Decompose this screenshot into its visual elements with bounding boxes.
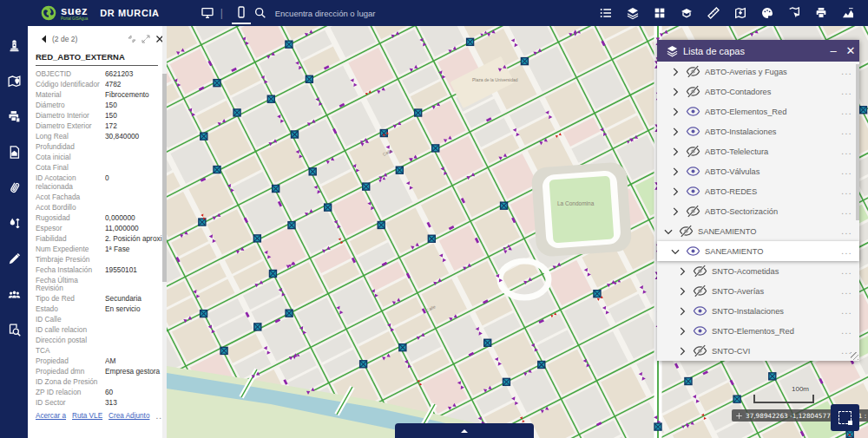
chevron-right-icon[interactable] (676, 325, 688, 337)
basemap-icon[interactable] (650, 3, 669, 23)
chevron-right-icon[interactable] (676, 265, 688, 278)
attribute-table-tab[interactable] (395, 423, 534, 438)
chevron-right-icon[interactable] (669, 186, 681, 198)
chevron-down-icon[interactable] (662, 226, 674, 238)
layer-menu-button[interactable]: ... (841, 310, 852, 313)
visibility-off-icon[interactable] (686, 144, 700, 159)
hydrant-icon[interactable] (5, 36, 23, 54)
chevron-right-icon[interactable] (676, 305, 688, 317)
map-label: Plaza de la Universidad (472, 77, 518, 82)
attribute-row: Fiabilidad2. Posición aproxi (36, 233, 165, 244)
chevron-right-icon[interactable] (676, 285, 688, 297)
document-search-icon[interactable] (5, 321, 23, 338)
visibility-on-icon[interactable] (686, 164, 700, 179)
overview-map-button[interactable] (831, 404, 859, 431)
collapse-panel-icon[interactable] (127, 34, 137, 44)
ruta-vle-link[interactable]: Ruta VLE (72, 412, 102, 420)
layer-row[interactable]: ABTO-Sectorización... (657, 201, 859, 221)
print-icon[interactable] (812, 3, 831, 23)
measure-icon[interactable] (704, 3, 723, 23)
pressure-icon[interactable] (5, 214, 23, 232)
logout-icon[interactable] (7, 3, 26, 23)
visibility-on-icon[interactable] (686, 124, 700, 139)
field-value: Fibrocemento (105, 91, 165, 99)
desktop-icon[interactable] (198, 3, 217, 23)
layer-row[interactable]: SANEAMIENTO... (657, 241, 859, 261)
visibility-off-icon[interactable] (686, 64, 700, 79)
prev-feature-button[interactable] (39, 34, 49, 44)
visibility-off-icon[interactable] (686, 84, 700, 99)
layer-row[interactable]: ABTO-Instalaciones... (657, 121, 859, 141)
visibility-off-icon[interactable] (693, 264, 707, 278)
chevron-right-icon[interactable] (669, 206, 681, 218)
layers-icon[interactable] (623, 3, 642, 23)
visibility-on-icon[interactable] (693, 324, 707, 338)
legend-icon[interactable] (596, 3, 615, 23)
report-icon[interactable] (5, 143, 23, 160)
attribute-scrollbar[interactable] (162, 26, 167, 438)
visibility-on-icon[interactable] (686, 104, 700, 119)
attachment-icon[interactable] (5, 179, 23, 196)
users-icon[interactable] (5, 285, 23, 303)
chevron-right-icon[interactable] (669, 86, 681, 98)
layer-menu-button[interactable]: ... (841, 150, 852, 154)
layer-menu-button[interactable]: ... (841, 70, 852, 74)
visibility-on-icon[interactable] (686, 184, 700, 199)
print-template-icon[interactable] (5, 108, 23, 125)
layer-menu-button[interactable]: ... (841, 170, 852, 173)
layers-scrollbar[interactable] (856, 64, 859, 220)
layer-row[interactable]: SANEAMIENTO... (657, 221, 859, 241)
layer-menu-button[interactable]: ... (841, 270, 852, 273)
layer-menu-button[interactable]: ... (841, 230, 852, 233)
mobile-icon[interactable] (232, 3, 251, 24)
chevron-down-icon[interactable] (669, 245, 681, 258)
chevron-right-icon[interactable] (669, 146, 681, 158)
chevron-right-icon[interactable] (669, 126, 681, 138)
visibility-off-icon[interactable] (693, 284, 707, 298)
edit-icon[interactable] (5, 250, 23, 267)
expand-panel-icon[interactable] (141, 34, 151, 44)
visibility-off-icon[interactable] (693, 343, 707, 358)
visibility-off-icon[interactable] (679, 224, 694, 239)
map-location-icon[interactable] (5, 72, 23, 89)
layer-menu-button[interactable]: ... (841, 210, 852, 213)
layer-row[interactable]: ABTO-Contadores... (657, 82, 859, 101)
draw-icon[interactable] (758, 3, 777, 23)
zoom-to-link[interactable]: Acercar a (36, 412, 66, 420)
layer-menu-button[interactable]: ... (841, 110, 852, 114)
panel-resize-handle[interactable] (851, 352, 858, 360)
layer-row[interactable]: SNTO-Averías... (657, 281, 859, 301)
create-attachment-link[interactable]: Crea Adjunto (108, 412, 149, 420)
search-input[interactable] (273, 8, 433, 19)
layer-menu-button[interactable]: ... (841, 330, 852, 333)
map-select-icon[interactable] (785, 3, 804, 23)
minimize-panel-button[interactable]: – (825, 40, 842, 62)
close-layers-button[interactable]: ✕ (842, 40, 859, 62)
chevron-right-icon[interactable] (676, 345, 688, 357)
layer-row[interactable]: SNTO-Elementos_Red... (657, 321, 859, 341)
layer-row[interactable]: ABTO-Averias y Fugas... (657, 62, 859, 82)
layer-row[interactable]: SNTO-Instalaciones... (657, 301, 859, 321)
chevron-right-icon[interactable] (669, 66, 681, 78)
layer-menu-button[interactable]: ... (841, 190, 852, 193)
layer-menu-button[interactable]: ... (841, 250, 852, 253)
visibility-on-icon[interactable] (686, 244, 700, 258)
layer-row[interactable]: ABTO-Telelectura... (657, 141, 859, 161)
layer-row[interactable]: ABTO-REDES... (657, 181, 859, 201)
layer-menu-button[interactable]: ... (841, 290, 852, 293)
map-export-icon[interactable] (731, 3, 750, 23)
chevron-right-icon[interactable] (669, 166, 681, 178)
bookmark-icon[interactable] (677, 3, 696, 23)
crosshair-icon[interactable] (735, 412, 743, 420)
layer-menu-button[interactable]: ... (841, 130, 852, 134)
layer-row[interactable]: SNTO-Acometidas... (657, 261, 859, 281)
layer-row[interactable]: ABTO-Válvulas... (657, 161, 859, 181)
chevron-right-icon[interactable] (669, 106, 681, 118)
elevation-profile-icon[interactable] (838, 3, 858, 23)
layer-menu-button[interactable]: ... (841, 90, 852, 94)
visibility-on-icon[interactable] (693, 304, 707, 318)
visibility-off-icon[interactable] (686, 204, 700, 219)
layer-row[interactable]: SNTO-CVI... (657, 341, 859, 361)
layer-row[interactable]: ABTO-Elementos_Red... (657, 101, 859, 121)
layer-list-header[interactable]: Lista de capas – ✕ (657, 40, 859, 62)
